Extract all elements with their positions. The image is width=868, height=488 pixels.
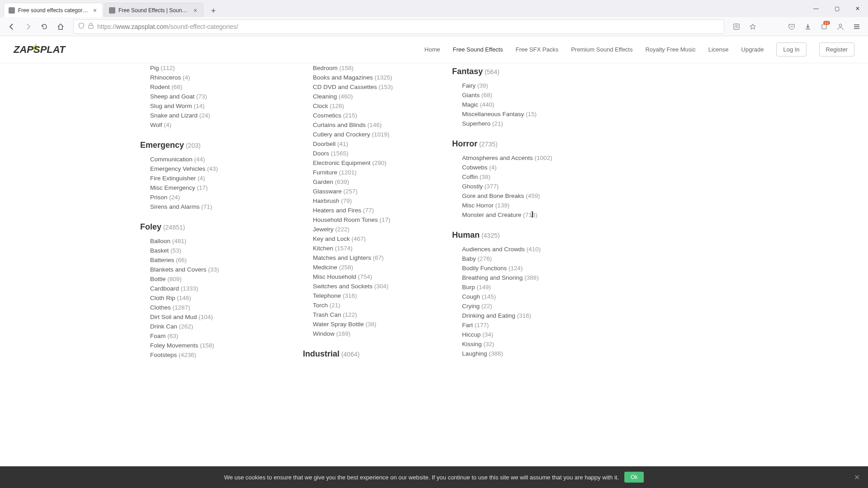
category-link[interactable]: Emergency Vehicles (43) [150, 164, 267, 174]
nav-free-sfx-packs[interactable]: Free SFX Packs [516, 46, 559, 53]
category-link[interactable]: Rodent (68) [150, 82, 267, 92]
category-link[interactable]: Misc Household (754) [313, 272, 429, 282]
nav-free-sound-effects[interactable]: Free Sound Effects [453, 46, 503, 53]
shield-icon[interactable] [78, 23, 85, 30]
new-tab-button[interactable]: + [207, 5, 220, 17]
category-link[interactable]: Misc Horror (139) [462, 201, 592, 210]
category-link[interactable]: Trash Can (122) [313, 310, 429, 319]
category-link[interactable]: Rhinoceros (4) [150, 73, 267, 82]
nav-license[interactable]: License [708, 46, 729, 53]
bookmark-icon[interactable] [746, 20, 760, 33]
category-link[interactable]: Magic (440) [462, 100, 592, 109]
category-link[interactable]: Footsteps (4236) [150, 350, 267, 360]
category-link[interactable]: Snake and Lizard (24) [150, 111, 267, 120]
category-link[interactable]: Electronic Equipment (290) [313, 158, 429, 168]
category-link[interactable]: Burp (149) [462, 282, 592, 292]
nav-home[interactable]: Home [425, 46, 440, 53]
minimize-button[interactable]: — [806, 1, 826, 16]
category-link[interactable]: Atmospheres and Accents (1002) [462, 153, 592, 163]
category-heading[interactable]: Fantasy (564) [452, 67, 592, 76]
forward-button[interactable] [21, 19, 35, 34]
login-button[interactable]: Log In [776, 42, 806, 56]
category-link[interactable]: Matches and Lighters (67) [313, 253, 429, 263]
category-link[interactable]: Furniture (1201) [313, 168, 429, 177]
category-link[interactable]: Window (169) [313, 329, 429, 338]
close-window-button[interactable]: ✕ [847, 1, 868, 16]
close-icon[interactable]: × [92, 7, 98, 14]
category-link[interactable]: Telephone (316) [313, 291, 429, 300]
category-heading[interactable]: Emergency (203) [140, 141, 267, 150]
category-link[interactable]: Ghostly (377) [462, 182, 592, 191]
category-link[interactable]: Cobwebs (4) [462, 163, 592, 172]
category-link[interactable]: Key and Lock (467) [313, 234, 429, 244]
category-link[interactable]: Batteries (66) [150, 255, 267, 265]
category-link[interactable]: Kissing (32) [462, 339, 592, 349]
category-link[interactable]: Cosmetics (215) [313, 111, 429, 120]
category-link[interactable]: Bodily Functions (124) [462, 263, 592, 273]
category-link[interactable]: Miscellaneous Fantasy (15) [462, 109, 592, 119]
category-link[interactable]: Foam (63) [150, 331, 267, 341]
close-icon[interactable]: × [192, 7, 198, 14]
category-link[interactable]: Monster and Creature (718) [462, 210, 592, 220]
register-button[interactable]: Register [819, 42, 854, 56]
category-link[interactable]: Heaters and Fires (77) [313, 206, 429, 215]
category-link[interactable]: Sheep and Goat (73) [150, 92, 267, 101]
category-link[interactable]: Fairy (39) [462, 81, 592, 90]
category-link[interactable]: Gore and Bone Breaks (459) [462, 191, 592, 201]
category-link[interactable]: Pig (112) [150, 63, 267, 73]
cookie-close-button[interactable]: ✕ [854, 473, 860, 482]
category-link[interactable]: Bedroom (158) [313, 63, 429, 73]
category-heading[interactable]: Horror (2735) [452, 139, 592, 149]
category-link[interactable]: Water Spray Bottle (38) [313, 319, 429, 329]
category-link[interactable]: Medicine (258) [313, 263, 429, 272]
category-heading[interactable]: Human (4325) [452, 230, 592, 240]
category-link[interactable]: Cloth Rip (146) [150, 293, 267, 303]
category-link[interactable]: Blankets and Covers (33) [150, 265, 267, 274]
browser-tab-active[interactable]: Free sound effects categories | × [4, 3, 103, 17]
category-link[interactable]: Fart (177) [462, 320, 592, 330]
category-link[interactable]: Breathing and Snoring (388) [462, 273, 592, 282]
category-link[interactable]: Glassware (257) [313, 187, 429, 196]
category-link[interactable]: Basket (53) [150, 246, 267, 255]
category-heading[interactable]: Foley (24851) [140, 222, 267, 232]
category-link[interactable]: Foley Movements (158) [150, 341, 267, 350]
content-area[interactable]: Pig (112)Rhinoceros (4)Rodent (68)Sheep … [0, 63, 868, 488]
category-link[interactable]: Cardboard (1333) [150, 284, 267, 293]
category-link[interactable]: Prison (24) [150, 192, 267, 202]
category-link[interactable]: Cough (145) [462, 292, 592, 301]
reader-icon[interactable] [730, 20, 743, 33]
lock-icon[interactable] [88, 23, 94, 30]
home-button[interactable] [53, 19, 68, 34]
downloads-icon[interactable] [801, 20, 815, 33]
category-link[interactable]: Coffin (38) [462, 172, 592, 182]
reload-button[interactable] [37, 19, 52, 34]
extensions-icon[interactable]: 17 [817, 20, 831, 33]
category-link[interactable]: Giants (68) [462, 90, 592, 100]
category-link[interactable]: CD DVD and Cassettes (153) [313, 82, 429, 92]
category-link[interactable]: Curtains and Blinds (146) [313, 120, 429, 130]
category-link[interactable]: Communication (44) [150, 155, 267, 164]
category-link[interactable]: Balloon (481) [150, 236, 267, 246]
category-link[interactable]: Clock (128) [313, 101, 429, 111]
category-link[interactable]: Baby (276) [462, 254, 592, 263]
pocket-icon[interactable] [785, 20, 798, 33]
category-link[interactable]: Misc Emergency (17) [150, 183, 267, 192]
category-heading[interactable]: Industrial (4064) [303, 349, 429, 359]
category-link[interactable]: Sirens and Alarms (71) [150, 202, 267, 211]
menu-icon[interactable] [850, 20, 863, 33]
address-bar[interactable]: https://www.zapsplat.com/sound-effect-ca… [73, 19, 724, 34]
category-link[interactable]: Cutlery and Crockery (1019) [313, 130, 429, 139]
category-link[interactable]: Fire Extinguisher (4) [150, 174, 267, 183]
category-link[interactable]: Cleaning (460) [313, 92, 429, 101]
category-link[interactable]: Drinking and Eating (316) [462, 311, 592, 320]
category-link[interactable]: Laughing (388) [462, 349, 592, 358]
nav-premium[interactable]: Premium Sound Effects [571, 46, 632, 53]
category-link[interactable]: Bottle (809) [150, 274, 267, 284]
maximize-button[interactable]: ▢ [826, 1, 847, 16]
category-link[interactable]: Slug and Worm (14) [150, 101, 267, 111]
back-button[interactable] [5, 19, 19, 34]
category-link[interactable]: Audiences and Crowds (410) [462, 244, 592, 254]
category-link[interactable]: Doorbell (41) [313, 139, 429, 149]
category-link[interactable]: Drink Can (262) [150, 322, 267, 331]
category-link[interactable]: Torch (21) [313, 300, 429, 310]
